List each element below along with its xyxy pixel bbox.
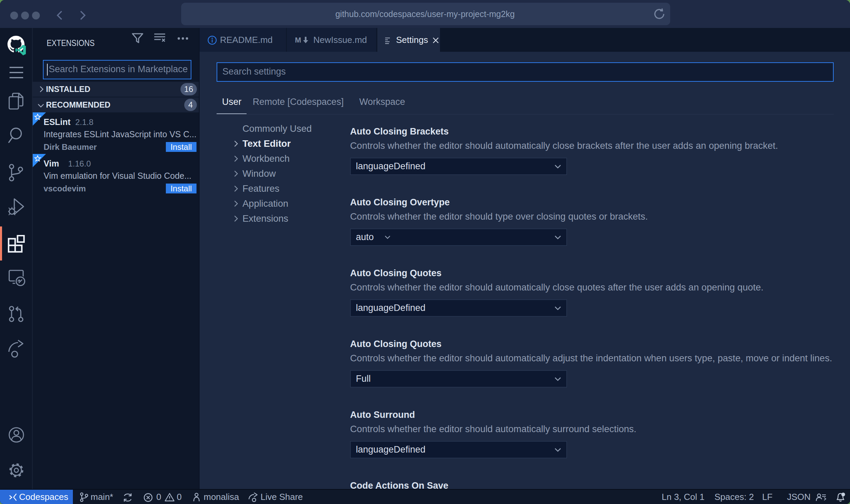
svg-text:M: M [295, 36, 301, 44]
